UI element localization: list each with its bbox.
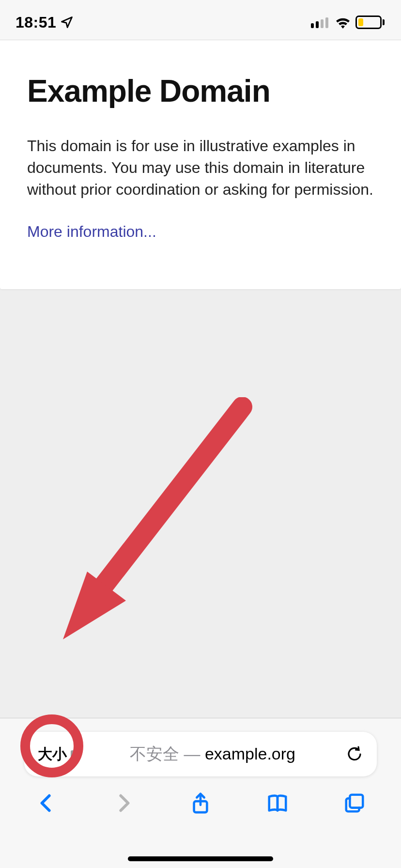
- cellular-signal-icon: [311, 16, 330, 28]
- svg-rect-0: [311, 23, 314, 28]
- bookmarks-button[interactable]: [264, 790, 291, 816]
- tabs-button[interactable]: [341, 790, 368, 816]
- security-status: 不安全: [130, 744, 179, 763]
- text-size-options-icon: [71, 750, 79, 759]
- browser-toolbar: [0, 776, 401, 830]
- chevron-left-icon: [35, 792, 58, 814]
- forward-button[interactable]: [110, 790, 137, 816]
- more-info-link[interactable]: More information...: [27, 223, 156, 240]
- svg-marker-7: [63, 572, 126, 639]
- browser-bottom-bar: 大小 不安全 — example.org: [0, 718, 401, 868]
- text-size-button[interactable]: 大小: [38, 744, 79, 764]
- url-bar[interactable]: 大小 不安全 — example.org: [24, 732, 377, 776]
- page-body-text: This domain is for use in illustrative e…: [27, 135, 374, 200]
- svg-rect-5: [350, 795, 363, 808]
- url-dash: —: [179, 744, 205, 763]
- back-button[interactable]: [33, 790, 60, 816]
- clock: 18:51: [15, 14, 56, 31]
- share-button[interactable]: [187, 790, 214, 816]
- chevron-right-icon: [112, 792, 135, 814]
- svg-rect-3: [325, 17, 328, 28]
- url-domain: example.org: [205, 744, 295, 763]
- wifi-icon: [334, 16, 352, 29]
- status-bar-left: 18:51: [15, 14, 74, 31]
- annotation-arrow: [63, 397, 257, 639]
- book-icon: [266, 792, 289, 814]
- text-size-label: 大小: [38, 744, 67, 764]
- svg-rect-1: [316, 21, 319, 28]
- svg-line-6: [92, 407, 242, 601]
- svg-rect-2: [321, 19, 324, 28]
- home-indicator[interactable]: [128, 856, 273, 861]
- url-display[interactable]: 不安全 — example.org: [79, 743, 346, 765]
- status-bar: 18:51: [0, 0, 401, 40]
- page-title: Example Domain: [27, 74, 374, 108]
- battery-icon: [355, 15, 386, 30]
- share-icon: [189, 792, 212, 814]
- tabs-icon: [343, 792, 366, 814]
- status-bar-right: [311, 15, 386, 30]
- location-arrow-icon: [60, 16, 74, 29]
- screen: 18:51 Example Domain: [0, 0, 401, 868]
- webpage-content: Example Domain This domain is for use in…: [0, 40, 401, 289]
- reload-icon[interactable]: [346, 745, 363, 763]
